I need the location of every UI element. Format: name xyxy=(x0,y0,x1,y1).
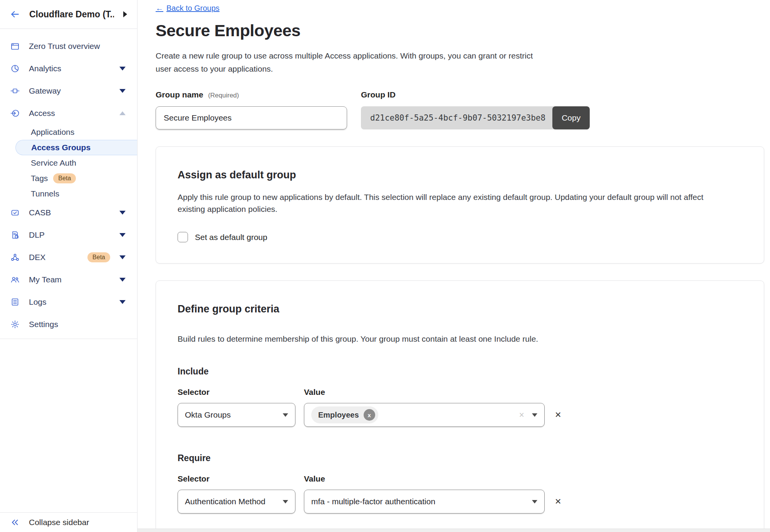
casb-icon xyxy=(10,208,20,217)
remove-require-rule-icon[interactable]: ✕ xyxy=(555,497,562,506)
group-id-field: Group ID d21ce80f-5a25-4bcf-9b07-5032197… xyxy=(361,90,590,129)
set-default-group-row[interactable]: Set as default group xyxy=(178,232,742,242)
include-value-multiselect[interactable]: Employees x × xyxy=(304,403,545,427)
team-name[interactable]: Cloudflare Demo (T... xyxy=(29,9,114,20)
chevron-down-icon[interactable] xyxy=(119,278,126,282)
access-login-icon xyxy=(10,109,20,118)
clear-icon[interactable]: × xyxy=(519,410,524,420)
chip-remove-icon[interactable]: x xyxy=(364,409,375,421)
group-name-input[interactable] xyxy=(156,106,347,129)
group-name-field: Group name (Required) xyxy=(156,90,347,129)
main-content: ← Back to Groups Secure Employees Create… xyxy=(138,0,770,532)
sidebar-item-access[interactable]: Access xyxy=(0,102,137,124)
group-form-row: Group name (Required) Group ID d21ce80f-… xyxy=(156,90,770,129)
default-group-checkbox[interactable] xyxy=(178,232,188,242)
chevron-down-icon[interactable] xyxy=(119,67,126,70)
selector-label: Selector xyxy=(178,474,304,483)
sidebar-item-applications[interactable]: Applications xyxy=(0,124,137,140)
page-description: Create a new rule group to use across mu… xyxy=(156,49,533,76)
back-to-groups-link[interactable]: ← Back to Groups xyxy=(156,4,220,13)
back-arrow-icon[interactable] xyxy=(10,9,20,19)
beta-badge: Beta xyxy=(53,173,76,183)
chevron-down-icon xyxy=(283,413,288,417)
include-rule-row: Okta Groups Employees x × ✕ xyxy=(178,403,742,427)
require-heading: Require xyxy=(178,453,742,463)
criteria-card: Define group criteria Build rules to det… xyxy=(156,280,764,532)
pie-chart-icon xyxy=(10,64,20,73)
gateway-icon xyxy=(10,86,20,96)
card-title: Define group criteria xyxy=(178,303,742,315)
chevron-down-icon xyxy=(532,500,537,503)
sidebar-item-casb[interactable]: CASB xyxy=(0,201,137,224)
copy-button[interactable]: Copy xyxy=(552,106,590,129)
chevron-down-icon[interactable] xyxy=(119,211,126,215)
logs-document-icon xyxy=(10,297,20,307)
checkbox-label: Set as default group xyxy=(195,233,267,242)
card-description: Build rules to determine membership of t… xyxy=(178,333,728,345)
collapse-label: Collapse sidebar xyxy=(29,518,89,527)
gear-icon xyxy=(10,320,20,329)
require-value-dropdown[interactable]: mfa - multiple-factor authentication xyxy=(304,490,545,514)
sidebar-item-dex[interactable]: DEX Beta xyxy=(0,246,137,269)
sidebar-item-tags[interactable]: Tags Beta xyxy=(0,171,137,186)
back-arrow-icon: ← xyxy=(156,4,163,13)
chevron-down-icon[interactable] xyxy=(119,233,126,237)
sidebar-item-analytics[interactable]: Analytics xyxy=(0,57,137,80)
sidebar-item-dlp[interactable]: DLP xyxy=(0,224,137,246)
chevron-down-icon[interactable] xyxy=(119,255,126,259)
chevron-down-icon xyxy=(283,500,288,503)
value-chip: Employees x xyxy=(311,406,378,423)
collapse-icon xyxy=(10,518,20,527)
require-selector-dropdown[interactable]: Authentication Method xyxy=(178,490,295,514)
document-lock-icon xyxy=(10,230,20,240)
network-nodes-icon xyxy=(10,253,20,262)
require-rule-row: Authentication Method mfa - multiple-fac… xyxy=(178,490,742,514)
required-hint: (Required) xyxy=(208,92,239,99)
sidebar-item-gateway[interactable]: Gateway xyxy=(0,80,137,102)
chevron-down-icon[interactable] xyxy=(119,300,126,304)
group-name-label: Group name xyxy=(156,90,203,99)
selector-label: Selector xyxy=(178,388,304,397)
sidebar-item-service-auth[interactable]: Service Auth xyxy=(0,155,137,171)
default-group-card: Assign as default group Apply this rule … xyxy=(156,146,764,263)
sidebar-item-logs[interactable]: Logs xyxy=(0,291,137,313)
sidebar-header: Cloudflare Demo (T... xyxy=(0,0,137,29)
include-selector-dropdown[interactable]: Okta Groups xyxy=(178,403,295,427)
people-icon xyxy=(10,275,20,284)
sidebar: Cloudflare Demo (T... Zero Trust overvie… xyxy=(0,0,138,532)
remove-include-rule-icon[interactable]: ✕ xyxy=(555,410,562,420)
sidebar-nav: Zero Trust overview Analytics Gateway Ac… xyxy=(0,29,137,512)
bottom-bar-edge xyxy=(138,529,770,532)
sidebar-divider xyxy=(0,339,137,339)
sidebar-item-my-team[interactable]: My Team xyxy=(0,269,137,291)
sidebar-item-tunnels[interactable]: Tunnels xyxy=(0,186,137,201)
value-label: Value xyxy=(304,474,325,483)
value-label: Value xyxy=(304,388,325,397)
sidebar-item-settings[interactable]: Settings xyxy=(0,313,137,336)
expand-chevron-icon[interactable] xyxy=(123,11,127,17)
chevron-down-icon[interactable] xyxy=(119,89,126,93)
sidebar-item-zero-trust-overview[interactable]: Zero Trust overview xyxy=(0,35,137,57)
page-title: Secure Employees xyxy=(156,21,770,40)
collapse-sidebar[interactable]: Collapse sidebar xyxy=(0,512,137,532)
group-id-label: Group ID xyxy=(361,90,396,99)
sidebar-item-access-groups[interactable]: Access Groups xyxy=(15,140,137,155)
group-id-value: d21ce80f-5a25-4bcf-9b07-5032197e3be8 xyxy=(361,106,555,129)
card-title: Assign as default group xyxy=(178,169,742,181)
card-description: Apply this rule group to new application… xyxy=(178,191,728,215)
chevron-up-icon[interactable] xyxy=(119,111,126,115)
chevron-down-icon xyxy=(532,413,537,417)
include-heading: Include xyxy=(178,366,742,377)
window-icon xyxy=(10,42,20,51)
beta-badge: Beta xyxy=(87,252,110,262)
